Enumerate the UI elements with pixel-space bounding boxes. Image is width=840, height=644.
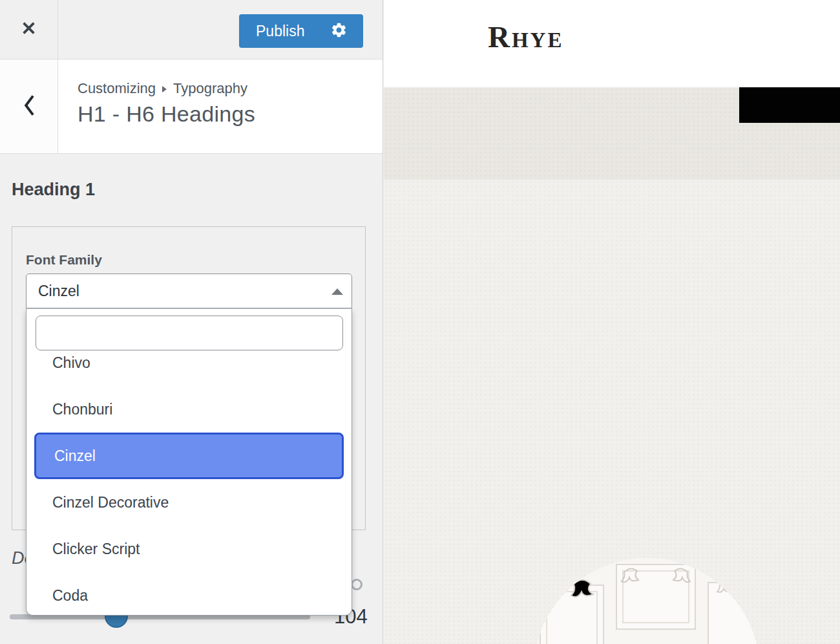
heading-1-label: Heading 1 <box>12 180 95 200</box>
chevron-up-icon <box>331 288 343 295</box>
font-option[interactable]: Cinzel <box>34 433 344 479</box>
reset-circle-icon[interactable] <box>351 579 362 590</box>
font-option[interactable]: Chivo <box>27 356 351 386</box>
publish-label: Publish <box>256 23 304 40</box>
preview-menu-box[interactable] <box>739 87 840 123</box>
back-button[interactable] <box>0 59 58 153</box>
font-options-list: ChivoChonburiCinzelCinzel DecorativeClic… <box>27 356 351 613</box>
header-text: Customizing Typography H1 - H6 Headings <box>58 59 255 153</box>
font-family-label: Font Family <box>26 252 102 268</box>
breadcrumb-separator-icon <box>162 86 167 92</box>
publish-button[interactable]: Publish <box>239 14 363 48</box>
font-option[interactable]: Clicker Script <box>27 526 351 572</box>
breadcrumb: Customizing Typography <box>78 80 255 97</box>
customizer-topbar: Publish <box>0 0 383 59</box>
font-option[interactable]: Cinzel Decorative <box>27 479 351 526</box>
preview-site-header: Rhye <box>384 0 840 87</box>
page-title: H1 - H6 Headings <box>78 102 255 127</box>
font-option[interactable]: Chonburi <box>27 386 351 433</box>
font-family-select[interactable]: Cinzel <box>26 274 352 308</box>
breadcrumb-customizing[interactable]: Customizing <box>78 80 156 97</box>
site-preview: Rhye <box>384 0 840 644</box>
breadcrumb-typography[interactable]: Typography <box>173 80 247 97</box>
gear-icon[interactable] <box>330 21 348 41</box>
font-search-input[interactable] <box>36 316 343 350</box>
section-header: Customizing Typography H1 - H6 Headings <box>0 59 383 154</box>
font-family-dropdown: ChivoChonburiCinzelCinzel DecorativeClic… <box>26 308 352 616</box>
site-logo[interactable]: Rhye <box>488 19 563 54</box>
font-family-selected-value: Cinzel <box>38 283 79 300</box>
font-option[interactable]: Coda <box>27 572 351 613</box>
back-chevron-icon <box>21 94 37 119</box>
customizer-sidebar: Publish Customizing Typography H1 - H6 H… <box>0 0 383 644</box>
close-button[interactable] <box>0 0 58 59</box>
close-icon <box>20 19 37 39</box>
controls-area: Heading 1 Font Family Cinzel De 104 Chiv… <box>0 154 383 644</box>
font-options-viewport: ChivoChonburiCinzelCinzel DecorativeClic… <box>27 356 351 613</box>
